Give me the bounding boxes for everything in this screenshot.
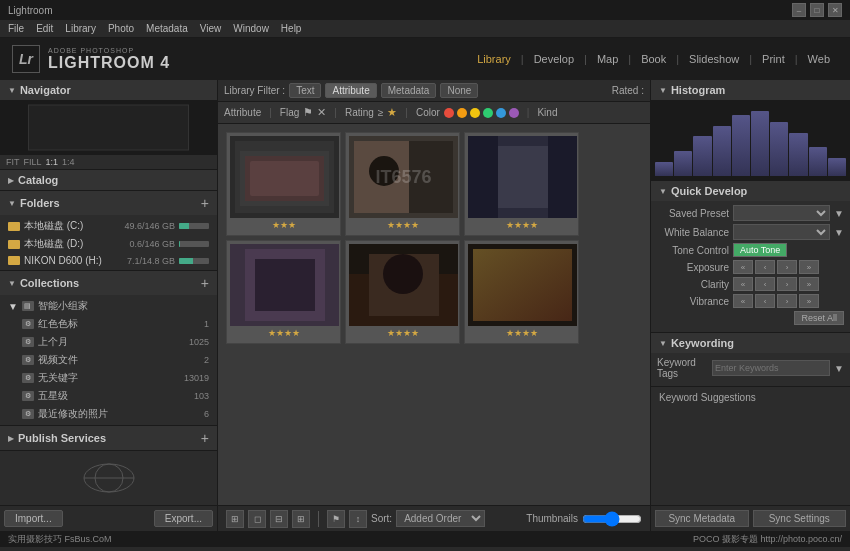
list-item[interactable]: ⚙ 上个月 1025 (0, 333, 217, 351)
compare-view-button[interactable]: ⊟ (270, 510, 288, 528)
qd-vibrance-up-up[interactable]: » (799, 294, 819, 308)
collections-header[interactable]: ▼ Collections + (0, 271, 217, 295)
qd-preset-arrow[interactable]: ▼ (834, 208, 844, 219)
folders-add-button[interactable]: + (201, 195, 209, 211)
import-export-bar: Import... Export... (0, 505, 217, 531)
qd-vibrance-up[interactable]: › (777, 294, 797, 308)
qd-exposure-row: Exposure « ‹ › » (657, 260, 844, 274)
publish-header[interactable]: ▶ Publish Services + (0, 426, 217, 450)
qd-wb-arrow[interactable]: ▼ (834, 227, 844, 238)
module-develop[interactable]: Develop (526, 49, 582, 69)
reset-all-button[interactable]: Reset All (794, 311, 844, 325)
folders-header[interactable]: ▼ Folders + (0, 191, 217, 215)
qd-preset-select[interactable] (733, 205, 830, 221)
qd-vibrance-down-down[interactable]: « (733, 294, 753, 308)
qd-clarity-down-down[interactable]: « (733, 277, 753, 291)
minimize-button[interactable]: – (792, 3, 806, 17)
close-button[interactable]: ✕ (828, 3, 842, 17)
maximize-button[interactable]: □ (810, 3, 824, 17)
menu-window[interactable]: Window (233, 23, 269, 34)
nav-1-4[interactable]: 1:4 (62, 157, 75, 167)
menu-edit[interactable]: Edit (36, 23, 53, 34)
module-book[interactable]: Book (633, 49, 674, 69)
keywording-header[interactable]: ▼ Keywording (651, 333, 850, 353)
color-red[interactable] (444, 108, 454, 118)
nav-fit[interactable]: FIT (6, 157, 20, 167)
loupe-view-button[interactable]: ◻ (248, 510, 266, 528)
qd-wb-select[interactable] (733, 224, 830, 240)
zoom-icon[interactable]: ↕ (349, 510, 367, 528)
keyword-input[interactable] (712, 360, 830, 376)
menu-help[interactable]: Help (281, 23, 302, 34)
list-item[interactable]: IT6576 ★★★★ (345, 132, 460, 236)
module-print[interactable]: Print (754, 49, 793, 69)
list-item[interactable]: ⚙ 无关键字 13019 (0, 369, 217, 387)
qd-clarity-up-up[interactable]: » (799, 277, 819, 291)
nav-fill[interactable]: FILL (24, 157, 42, 167)
filter-text-button[interactable]: Text (289, 83, 321, 98)
color-green[interactable] (483, 108, 493, 118)
publish-add-button[interactable]: + (201, 430, 209, 446)
import-button[interactable]: Import... (4, 510, 63, 527)
list-item[interactable]: 本地磁盘 (D:) 0.6/146 GB (0, 235, 217, 253)
flag-x-icon[interactable]: ✕ (317, 106, 326, 119)
menu-library[interactable]: Library (65, 23, 96, 34)
qd-exposure-up[interactable]: › (777, 260, 797, 274)
list-item[interactable]: ★★★ (226, 132, 341, 236)
sort-select[interactable]: Added Order Capture Time Edit Time Ratin… (396, 510, 485, 527)
folder-usage-bar (179, 258, 209, 264)
color-yellow[interactable] (470, 108, 480, 118)
menu-file[interactable]: File (8, 23, 24, 34)
star-filter[interactable]: ★ (387, 106, 397, 119)
list-item[interactable]: 本地磁盘 (C:) 49.6/146 GB (0, 217, 217, 235)
sync-metadata-button[interactable]: Sync Metadata (655, 510, 749, 527)
catalog-header[interactable]: ▶ Catalog (0, 170, 217, 190)
list-item[interactable]: ★★★★ (226, 240, 341, 344)
qd-exposure-down[interactable]: ‹ (755, 260, 775, 274)
list-item[interactable]: ⚙ 红色色标 1 (0, 315, 217, 333)
menu-photo[interactable]: Photo (108, 23, 134, 34)
histogram-header[interactable]: ▼ Histogram (651, 80, 850, 100)
qd-clarity-up[interactable]: › (777, 277, 797, 291)
filter-attribute-button[interactable]: Attribute (325, 83, 376, 98)
qd-vibrance-down[interactable]: ‹ (755, 294, 775, 308)
list-item[interactable]: ★★★★ (345, 240, 460, 344)
collections-add-button[interactable]: + (201, 275, 209, 291)
quick-develop-header[interactable]: ▼ Quick Develop (651, 181, 850, 201)
kw-settings-icon[interactable]: ▼ (834, 363, 844, 374)
flag-icon[interactable]: ⚑ (303, 106, 313, 119)
auto-tone-button[interactable]: Auto Tone (733, 243, 787, 257)
list-item[interactable]: ⚙ 最近修改的照片 6 (0, 405, 217, 423)
module-web[interactable]: Web (800, 49, 838, 69)
photo-thumbnail: IT6576 (349, 136, 458, 218)
list-item[interactable]: ★★★★ (464, 240, 579, 344)
menu-metadata[interactable]: Metadata (146, 23, 188, 34)
list-item[interactable]: ⚙ 五星级 103 (0, 387, 217, 405)
menu-view[interactable]: View (200, 23, 222, 34)
filter-metadata-button[interactable]: Metadata (381, 83, 437, 98)
module-map[interactable]: Map (589, 49, 626, 69)
module-library[interactable]: Library (469, 49, 519, 69)
filter-icon[interactable]: ⚑ (327, 510, 345, 528)
thumbnail-size-slider[interactable] (582, 511, 642, 527)
color-blue[interactable] (496, 108, 506, 118)
module-slideshow[interactable]: Slideshow (681, 49, 747, 69)
grid-view-button[interactable]: ⊞ (226, 510, 244, 528)
list-item[interactable]: NIKON D600 (H:) 7.1/14.8 GB (0, 253, 217, 268)
navigator-header[interactable]: ▼ Navigator (0, 80, 217, 100)
list-item[interactable]: ⚙ 视频文件 2 (0, 351, 217, 369)
export-button[interactable]: Export... (154, 510, 213, 527)
qd-clarity-down[interactable]: ‹ (755, 277, 775, 291)
filter-none-button[interactable]: None (440, 83, 478, 98)
color-purple[interactable] (509, 108, 519, 118)
qd-exposure-down-down[interactable]: « (733, 260, 753, 274)
list-item[interactable]: ★★★★ (464, 132, 579, 236)
nav-1-1[interactable]: 1:1 (46, 157, 59, 167)
folders-triangle: ▼ (8, 199, 16, 208)
collection-group[interactable]: ▼ ▤ 智能小组家 (0, 297, 217, 315)
photo-stars: ★★★★ (468, 218, 575, 232)
qd-exposure-up-up[interactable]: » (799, 260, 819, 274)
sync-settings-button[interactable]: Sync Settings (753, 510, 847, 527)
survey-view-button[interactable]: ⊞ (292, 510, 310, 528)
color-orange[interactable] (457, 108, 467, 118)
